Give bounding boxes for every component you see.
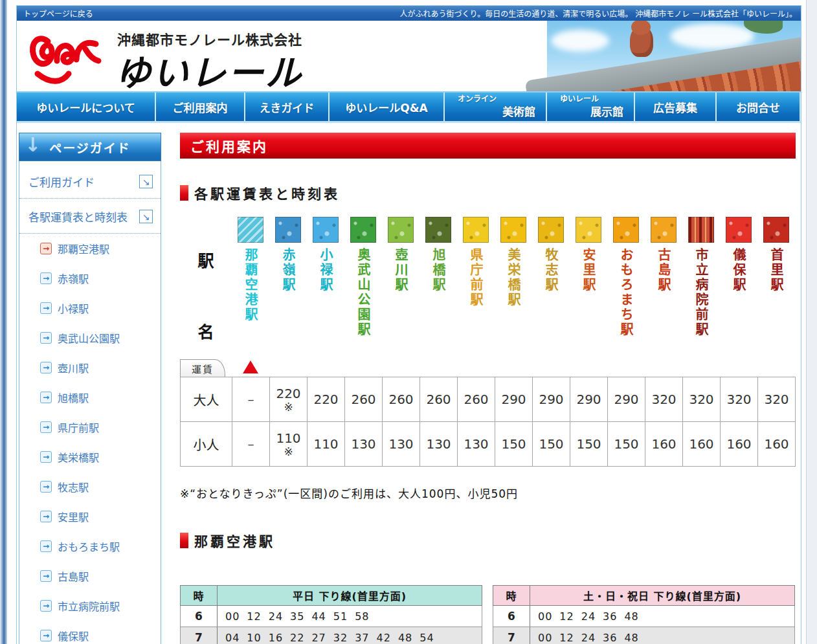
nav-item-4[interactable]: オンライン美術館 xyxy=(445,93,547,121)
red-bar-icon xyxy=(180,533,188,548)
station-header-row: 駅名那覇空港駅赤嶺駅小禄駅奥武山公園駅壺川駅旭橋駅県庁前駅美栄橋駅牧志駅安里駅お… xyxy=(180,217,796,355)
sidebar-item-station-9[interactable]: →安里駅 xyxy=(19,502,161,531)
nav-item-label: ゆいレールについて xyxy=(36,99,135,115)
timetable-hour-cell: 6 xyxy=(181,606,218,627)
sidebar-item-station-3[interactable]: →奥武山公園駅 xyxy=(19,323,161,353)
topbar-tagline: 人がふれあう街づくり。毎日の生活の通り道、清潔で明るい広場。 沖縄都市モノレ ー… xyxy=(400,8,797,19)
minute-value: 12 xyxy=(247,610,261,623)
sidebar-item-station-13[interactable]: →儀保駅 xyxy=(19,621,161,644)
sidebar-station-label: 美栄橋駅 xyxy=(58,449,99,465)
minute-value: 24 xyxy=(581,632,596,644)
back-to-top-link[interactable]: トップページに戻る xyxy=(23,8,93,19)
sidebar-item-station-12[interactable]: →市立病院前駅 xyxy=(19,591,161,621)
sidebar-item-station-4[interactable]: →壺川駅 xyxy=(19,353,161,383)
station-column-7: 美栄橋駅 xyxy=(495,217,532,355)
nav-item-6[interactable]: 広告募集 xyxy=(635,93,717,121)
fare-cell: 290 xyxy=(608,377,645,422)
fare-tab[interactable]: 運賃 xyxy=(180,359,225,377)
station-header-char: 駅 xyxy=(197,248,214,271)
right-arrow-icon: → xyxy=(40,302,52,314)
right-arrow-icon: → xyxy=(40,540,52,552)
fare-cell: – xyxy=(232,377,270,422)
sidebar-item-station-5[interactable]: →旭橋駅 xyxy=(19,383,161,412)
station-column-4: 壺川駅 xyxy=(382,217,420,355)
fare-cell: – xyxy=(232,422,270,467)
minute-value: 00 xyxy=(538,632,552,644)
shisa-statue-shape xyxy=(630,26,653,57)
sidebar-item-station-2[interactable]: →小禄駅 xyxy=(19,293,161,323)
sidebar-item-station-1[interactable]: →赤嶺駅 xyxy=(19,263,161,293)
right-arrow-icon: → xyxy=(40,600,52,612)
station-pattern-icon xyxy=(726,217,752,243)
timetable-hour-header: 時 xyxy=(493,586,530,606)
fare-cell: 130 xyxy=(345,422,383,467)
sidebar-item-station-10[interactable]: →おもろまち駅 xyxy=(19,531,161,561)
station-column-0: 那覇空港駅 xyxy=(232,217,269,355)
timetable-row: 60012243648 xyxy=(493,606,795,627)
fare-tab-row: 運賃 xyxy=(180,357,796,377)
fare-cell: 260 xyxy=(420,377,458,422)
nav-item-line1: オンライン xyxy=(458,93,497,104)
fare-cell: 150 xyxy=(608,422,645,467)
nav-item-5[interactable]: ゆいレール展示館 xyxy=(547,93,635,121)
station-pattern-icon xyxy=(425,217,451,243)
section-naha-airport-title: 那覇空港駅 xyxy=(180,531,796,550)
fare-cell: 130 xyxy=(458,422,495,467)
station-name-vertical: 首里駅 xyxy=(770,248,783,355)
station-name-vertical: 古島駅 xyxy=(657,248,670,355)
sidebar-station-label: 小禄駅 xyxy=(58,300,89,316)
nav-item-3[interactable]: ゆいレールQ&A xyxy=(330,93,445,121)
sidebar-item-station-7[interactable]: →美栄橋駅 xyxy=(19,442,161,472)
page-container: トップページに戻る 人がふれあう街づくり。毎日の生活の通り道、清潔で明るい広場。… xyxy=(16,5,801,644)
sidebar-station-label: 壺川駅 xyxy=(58,360,89,375)
sidebar-item-station-6[interactable]: →県庁前駅 xyxy=(19,412,161,442)
fare-row-小人: 小人–110※110130130130130150150150150160160… xyxy=(181,422,796,467)
sidebar-guide-item-1[interactable]: 各駅運賃表と時刻表↘ xyxy=(19,199,161,234)
station-pattern-icon xyxy=(350,217,376,243)
fare-cell: 290 xyxy=(495,377,533,422)
minute-value: 37 xyxy=(355,632,369,644)
red-bar-icon xyxy=(180,185,188,201)
minute-value: 22 xyxy=(290,632,304,644)
nav-item-2[interactable]: えきガイド xyxy=(245,93,330,121)
fare-row-label: 小人 xyxy=(181,422,232,467)
station-name-vertical: 赤嶺駅 xyxy=(282,248,295,355)
fare-cell: 320 xyxy=(683,377,721,422)
fare-cell: 110※ xyxy=(270,422,308,467)
station-name-vertical: 旭橋駅 xyxy=(432,248,445,355)
minute-value: 00 xyxy=(225,610,240,623)
section-naha-airport-label: 那覇空港駅 xyxy=(194,531,275,550)
nav-item-label: 展示館 xyxy=(590,103,623,119)
fare-cell: 260 xyxy=(458,377,495,422)
right-arrow-icon: → xyxy=(40,451,52,463)
fare-cell: 150 xyxy=(570,422,608,467)
nav-item-7[interactable]: お問合せ xyxy=(717,93,801,121)
minute-value: 12 xyxy=(559,610,574,623)
nav-item-label: ゆいレールQ&A xyxy=(345,99,427,115)
yui-rail-logo-icon[interactable] xyxy=(28,27,109,87)
fare-cell: 160 xyxy=(721,422,758,467)
nav-item-1[interactable]: ご利用案内 xyxy=(156,93,245,121)
station-column-8: 牧志駅 xyxy=(532,217,570,355)
sidebar-item-station-8[interactable]: →牧志駅 xyxy=(19,472,161,502)
right-arrow-icon: → xyxy=(40,362,52,373)
station-name-vertical: 那覇空港駅 xyxy=(244,248,257,355)
sidebar-station-label: 県庁前駅 xyxy=(58,419,99,435)
sidebar-item-station-0[interactable]: →那覇空港駅 xyxy=(19,234,161,263)
fare-cell: 160 xyxy=(683,422,721,467)
nav-item-label: ご利用案内 xyxy=(173,99,228,115)
sidebar-station-label: 市立病院前駅 xyxy=(58,598,120,614)
current-station-marker-icon xyxy=(243,361,258,373)
minute-value: 36 xyxy=(603,610,617,623)
nav-item-0[interactable]: ゆいレールについて xyxy=(17,93,156,121)
sidebar-station-label: 赤嶺駅 xyxy=(58,271,89,286)
sidebar-title: ↓ ページガイド xyxy=(19,133,161,161)
timetable-row: 704101622273237424854 xyxy=(181,627,482,644)
right-arrow-icon: → xyxy=(40,630,52,641)
station-name-vertical: 安里駅 xyxy=(582,248,595,355)
fare-cell: 320 xyxy=(645,377,683,422)
sidebar-guide-item-0[interactable]: ご利用ガイド↘ xyxy=(19,164,161,199)
station-name-vertical: 市立病院前駅 xyxy=(695,248,708,355)
sidebar-item-station-11[interactable]: →古島駅 xyxy=(19,561,161,591)
timetable-minutes-cell: 0012243648 xyxy=(530,606,795,627)
